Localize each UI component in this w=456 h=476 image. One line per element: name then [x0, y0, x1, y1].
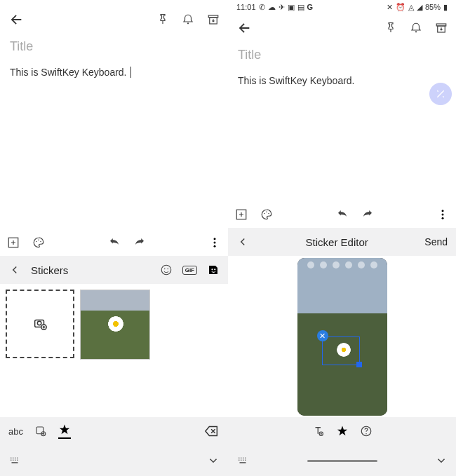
title-input[interactable]: Title	[238, 48, 446, 62]
svg-point-21	[13, 458, 14, 459]
redo-icon[interactable]	[133, 236, 146, 249]
svg-point-9	[214, 245, 216, 247]
redo-icon[interactable]	[361, 208, 374, 221]
keyboard-grid-icon[interactable]	[8, 454, 21, 467]
svg-point-24	[11, 460, 12, 461]
pin-icon[interactable]	[384, 22, 397, 34]
svg-point-45	[245, 458, 246, 459]
send-button[interactable]: Send	[424, 236, 448, 247]
reminder-icon[interactable]	[410, 22, 422, 34]
message-status-icon: ▣	[288, 3, 295, 12]
star-icon[interactable]	[58, 423, 71, 439]
dnd-status-icon: ✕	[387, 3, 393, 12]
title-input[interactable]: Title	[10, 39, 218, 54]
chevron-down-icon[interactable]	[207, 454, 220, 467]
more-icon[interactable]	[208, 236, 221, 249]
add-sticker-icon[interactable]	[34, 425, 47, 437]
undo-icon[interactable]	[336, 208, 349, 221]
svg-point-10	[161, 265, 171, 275]
battery-icon: ▮	[443, 3, 448, 12]
svg-point-41	[366, 433, 367, 435]
sticker-thumb[interactable]	[80, 290, 150, 360]
whatsapp-status-icon: ✆	[259, 3, 265, 12]
selection-box[interactable]	[322, 336, 360, 365]
stickers-label: Stickers	[31, 264, 68, 276]
svg-point-47	[241, 460, 242, 461]
note-body[interactable]: This is SwiftKey Keyboard.	[10, 67, 218, 78]
archive-icon[interactable]	[207, 13, 220, 26]
svg-point-13	[211, 268, 213, 270]
archive-icon[interactable]	[435, 22, 448, 34]
svg-point-4	[36, 241, 37, 243]
svg-point-12	[167, 268, 168, 270]
add-icon[interactable]	[235, 208, 248, 221]
svg-point-34	[266, 212, 267, 213]
add-sticker-tile[interactable]	[6, 290, 74, 358]
more-icon[interactable]	[436, 208, 449, 221]
gif-icon[interactable]: GIF	[182, 266, 197, 275]
svg-point-36	[442, 210, 444, 212]
newspaper-status-icon: ▤	[297, 3, 304, 12]
close-selection-icon[interactable]: ✕	[317, 330, 328, 341]
svg-point-46	[239, 460, 240, 461]
star-icon[interactable]	[336, 425, 349, 437]
svg-point-29	[415, 31, 417, 32]
svg-point-7	[214, 238, 216, 240]
svg-point-23	[17, 458, 18, 459]
back-chevron-icon[interactable]	[8, 264, 21, 276]
svg-point-38	[442, 217, 444, 219]
svg-point-22	[15, 458, 16, 459]
backspace-icon[interactable]	[204, 423, 220, 439]
svg-point-0	[187, 22, 189, 24]
svg-point-16	[37, 321, 41, 325]
sticker-icon[interactable]	[207, 264, 220, 276]
status-time: 11:01	[236, 3, 256, 11]
svg-point-25	[13, 460, 14, 461]
svg-point-49	[245, 460, 246, 461]
help-icon[interactable]	[360, 425, 373, 437]
svg-point-44	[243, 458, 244, 459]
back-icon[interactable]	[8, 12, 24, 27]
alarm-status-icon: ⏰	[396, 3, 405, 12]
svg-point-26	[15, 460, 16, 461]
svg-point-6	[40, 241, 41, 243]
abc-button[interactable]: abc	[8, 426, 23, 437]
svg-point-8	[214, 242, 216, 244]
sticker-canvas[interactable]: ✕	[228, 256, 456, 417]
svg-point-35	[268, 213, 269, 215]
svg-rect-28	[12, 462, 18, 463]
palette-icon[interactable]	[260, 208, 273, 221]
google-status-icon: G	[307, 3, 314, 11]
wifi-status-icon: ◬	[408, 3, 414, 12]
svg-point-37	[442, 214, 444, 216]
add-icon[interactable]	[7, 236, 20, 249]
svg-point-11	[164, 268, 166, 270]
svg-point-20	[11, 458, 12, 459]
chevron-down-icon[interactable]	[435, 454, 448, 467]
telegram-status-icon: ✈	[279, 3, 285, 12]
signal-status-icon: ◢	[417, 3, 422, 12]
back-chevron-icon[interactable]	[236, 236, 249, 248]
svg-point-42	[239, 458, 240, 459]
resize-handle[interactable]	[356, 362, 362, 367]
svg-point-14	[214, 268, 215, 270]
svg-rect-50	[240, 462, 246, 463]
svg-rect-18	[36, 427, 43, 434]
reminder-icon[interactable]	[182, 13, 194, 26]
pin-icon[interactable]	[156, 13, 169, 26]
emoji-icon[interactable]	[160, 264, 173, 276]
drag-handle[interactable]	[307, 460, 377, 462]
back-icon[interactable]	[236, 20, 252, 36]
svg-point-43	[241, 458, 242, 459]
palette-icon[interactable]	[32, 236, 45, 249]
battery-label: 85%	[425, 3, 441, 11]
svg-point-5	[38, 240, 39, 241]
svg-point-48	[243, 460, 244, 461]
cloud-status-icon: ☁	[268, 3, 276, 12]
magic-fab-icon[interactable]	[429, 83, 452, 105]
note-body[interactable]: This is SwiftKey Keyboard.	[238, 75, 446, 86]
keyboard-grid-icon[interactable]	[236, 454, 249, 467]
undo-icon[interactable]	[108, 236, 121, 249]
text-add-icon[interactable]	[312, 425, 325, 437]
svg-point-27	[17, 460, 18, 461]
